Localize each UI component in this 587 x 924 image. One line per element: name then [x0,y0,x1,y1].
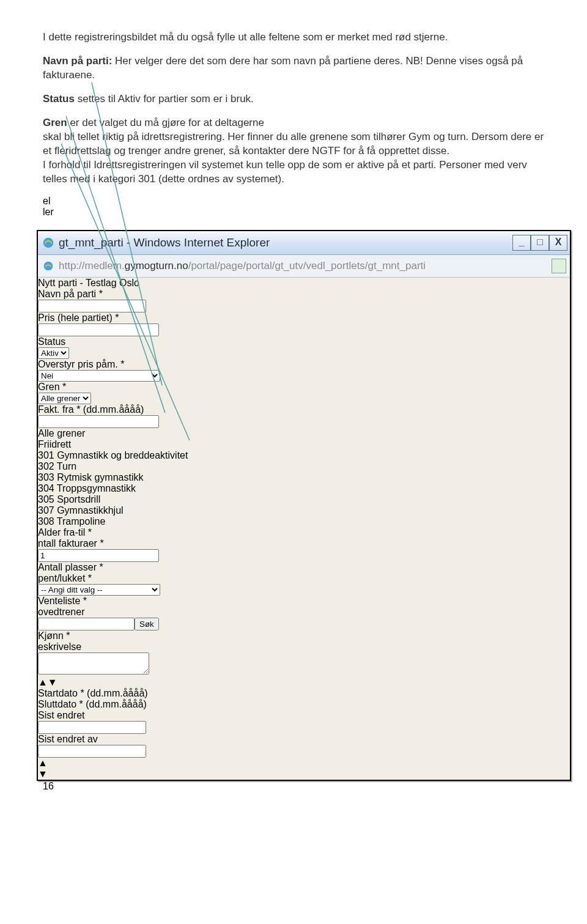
gren-option[interactable]: 308 Trampoline [38,516,570,527]
background-peek-text: el ler [43,196,550,218]
window-titlebar: gt_mnt_parti - Windows Internet Explorer… [38,231,570,255]
textarea-beskrivelse[interactable] [38,652,149,675]
label-plasser: Antall plasser * [38,562,570,573]
window-title: gt_mnt_parti - Windows Internet Explorer [59,236,512,249]
gren-option[interactable]: 302 Turn [38,461,570,472]
form-panel: Navn på parti * Pris (hele partiet) * St… [38,289,570,758]
label-sistendret: Sist endret [38,710,570,721]
gren-option[interactable]: 303 Rytmisk gymnastikk [38,472,570,483]
label-beskrivelse: eskrivelse [38,641,570,652]
label-apent: pent/lukket * [38,573,570,584]
gren-option[interactable]: 305 Sportsdrill [38,494,570,505]
paragraph-3: Status settes til Aktiv for partier som … [43,92,550,106]
url-text[interactable]: http://medlem.gymogturn.no/portal/page/p… [59,260,426,272]
input-navn[interactable] [38,300,146,312]
gren-option-selected[interactable]: Alle grener [38,428,570,439]
textarea-scrollbar[interactable]: ▲▼ [38,677,570,688]
input-faktfra[interactable] [38,415,159,428]
gren-option[interactable]: 301 Gymnastikk og breddeaktivitet [38,450,570,461]
window-close-button[interactable]: X [549,235,567,251]
window-scrollbar[interactable]: ▲ ▼ [38,758,570,780]
select-status[interactable]: Aktiv [38,347,69,359]
paragraph-1: I dette registreringsbildet må du også f… [43,31,550,45]
instruction-text: I dette registreringsbildet må du også f… [43,31,550,186]
label-startdato: Startdato * (dd.mm.åååå) [38,688,570,699]
label-antfakt: ntall fakturaer * [38,538,570,549]
select-apent[interactable]: -- Angi ditt valg -- [38,584,160,596]
form-title: Nytt parti - Testlag Oslo [38,278,570,289]
gren-dropdown-list[interactable]: Alle grener Friidrett 301 Gymnastikk og … [38,428,570,527]
scroll-down-button[interactable]: ▼ [38,769,570,780]
label-sistendretav: Sist endret av [38,734,570,745]
input-antfakt[interactable] [38,549,159,562]
input-pris[interactable] [38,323,159,336]
label-sluttdato: Sluttdato * (dd.mm.åååå) [38,699,570,710]
label-navn: Navn på parti * [38,289,570,300]
window-minimize-button[interactable]: _ [512,235,531,251]
paragraph-4a: Gren er det valget du må gjøre for at de… [43,116,550,187]
label-pris: Pris (hele partiet) * [38,312,570,323]
sok-button[interactable]: Søk [135,618,159,630]
label-kjonn: Kjønn * [38,630,570,641]
gren-option[interactable]: 307 Gymnastikkhjul [38,505,570,516]
address-bar: http://medlem.gymogturn.no/portal/page/p… [38,255,570,278]
label-faktfra: Fakt. fra * (dd.mm.åååå) [38,404,570,415]
select-gren[interactable]: Alle grener [38,393,91,404]
svg-point-4 [44,262,53,271]
ie-logo-icon [42,236,55,249]
compat-view-icon[interactable] [552,259,566,273]
input-sistendretav [38,745,146,758]
ie-page-icon [42,259,55,273]
label-alder: Alder fra-til * [38,527,570,538]
label-venteliste: Venteliste * [38,596,570,607]
window-maximize-button[interactable]: □ [531,235,549,251]
gren-option[interactable]: Friidrett [38,439,570,450]
page-number: 16 [43,781,550,792]
label-overstyr: Overstyr pris påm. * [38,359,570,370]
ie-window: gt_mnt_parti - Windows Internet Explorer… [37,230,571,781]
select-overstyr[interactable]: Nei [38,370,160,382]
input-hovedtrener[interactable] [38,618,135,630]
label-hovedtrener: ovedtrener [38,607,570,618]
scroll-up-button[interactable]: ▲ [38,758,570,769]
input-sistendret [38,721,146,734]
paragraph-2: Navn på parti: Her velger dere det som d… [43,54,550,83]
label-gren: Gren * [38,382,570,393]
label-status: Status [38,336,570,347]
gren-option[interactable]: 304 Troppsgymnastikk [38,483,570,494]
